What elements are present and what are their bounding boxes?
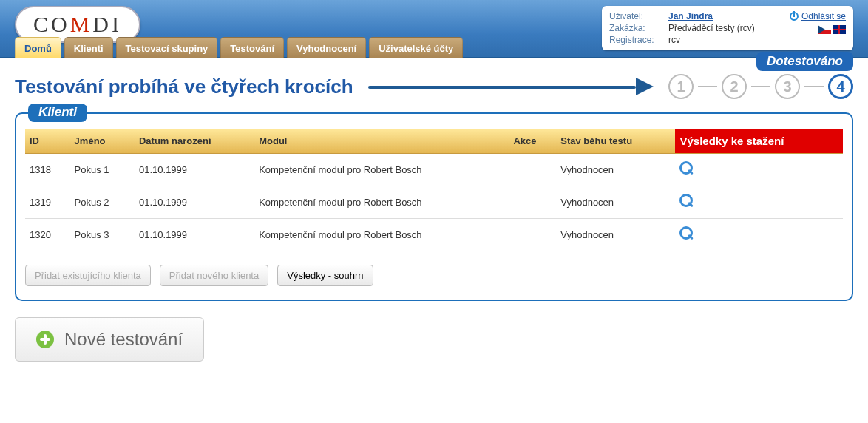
user-info-box: Uživatel: Jan Jindra Odhlásit se Zakázka… bbox=[602, 6, 853, 50]
order-value: Předváděcí testy (rcv) bbox=[668, 23, 755, 33]
add-existing-client-button: Přidat existujícího klienta bbox=[25, 265, 151, 286]
step-4[interactable]: 4 bbox=[828, 74, 853, 99]
main-tabs: DomůKlientiTestovací skupinyTestováníVyh… bbox=[15, 37, 463, 58]
col-4: Akce bbox=[509, 129, 556, 154]
tab-testovací-skupiny[interactable]: Testovací skupiny bbox=[116, 37, 218, 58]
add-new-client-button: Přidat nového klienta bbox=[160, 265, 268, 286]
col-3: Modul bbox=[254, 129, 509, 154]
col-1: Jméno bbox=[70, 129, 135, 154]
step-2[interactable]: 2 bbox=[722, 74, 747, 99]
language-flags bbox=[818, 25, 846, 34]
col-5: Stav běhu testu bbox=[556, 129, 675, 154]
plus-icon bbox=[36, 331, 54, 348]
new-test-label: Nové testování bbox=[64, 329, 183, 350]
results-summary-button[interactable]: Výsledky - souhrn bbox=[277, 265, 373, 286]
order-label: Zakázka: bbox=[609, 23, 668, 33]
step-connector bbox=[698, 86, 717, 87]
col-2: Datum narození bbox=[135, 129, 254, 154]
tab-vyhodnocení[interactable]: Vyhodnocení bbox=[287, 37, 366, 58]
clients-panel: Klienti IDJménoDatum narozeníModulAkceSt… bbox=[15, 112, 853, 301]
magnifier-icon[interactable] bbox=[679, 226, 694, 241]
table-row: 1319Pokus 201.10.1999Kompetenční modul p… bbox=[25, 186, 843, 219]
clients-table: IDJménoDatum narozeníModulAkceStav běhu … bbox=[25, 129, 843, 251]
page-title: Testování probíhá ve čtyřech krocích bbox=[15, 75, 353, 98]
flag-uk[interactable] bbox=[833, 25, 846, 34]
logout-link[interactable]: Odhlásit se bbox=[790, 11, 846, 21]
user-label: Uživatel: bbox=[609, 11, 668, 21]
tab-domů[interactable]: Domů bbox=[15, 37, 61, 58]
flag-cz[interactable] bbox=[818, 25, 831, 34]
step-connector bbox=[804, 86, 824, 87]
power-icon bbox=[790, 12, 799, 21]
registration-value: rcv bbox=[668, 35, 680, 45]
table-row: 1318Pokus 101.10.1999Kompetenční modul p… bbox=[25, 154, 843, 186]
step-connector bbox=[751, 86, 770, 87]
clients-panel-title: Klienti bbox=[28, 104, 87, 122]
magnifier-icon[interactable] bbox=[679, 161, 694, 176]
col-0: ID bbox=[25, 129, 70, 154]
tab-uživatelské-účty[interactable]: Uživatelské účty bbox=[369, 37, 463, 58]
registration-label: Registrace: bbox=[609, 35, 668, 45]
step-tag: Dotestováno bbox=[756, 52, 853, 71]
step-1[interactable]: 1 bbox=[668, 74, 694, 99]
logout-label: Odhlásit se bbox=[801, 11, 846, 21]
table-row: 1320Pokus 301.10.1999Kompetenční modul p… bbox=[25, 219, 843, 251]
logo-text: COMDI bbox=[33, 12, 122, 37]
arrow-icon bbox=[368, 84, 654, 89]
step-3[interactable]: 3 bbox=[775, 74, 800, 99]
col-6: Výsledky ke stažení bbox=[675, 129, 843, 154]
tab-klienti[interactable]: Klienti bbox=[64, 37, 113, 58]
new-test-button[interactable]: Nové testování bbox=[15, 317, 204, 362]
user-link[interactable]: Jan Jindra bbox=[668, 11, 713, 21]
step-indicator: 1234 bbox=[668, 74, 853, 99]
tab-testování[interactable]: Testování bbox=[220, 37, 284, 58]
magnifier-icon[interactable] bbox=[679, 194, 694, 209]
